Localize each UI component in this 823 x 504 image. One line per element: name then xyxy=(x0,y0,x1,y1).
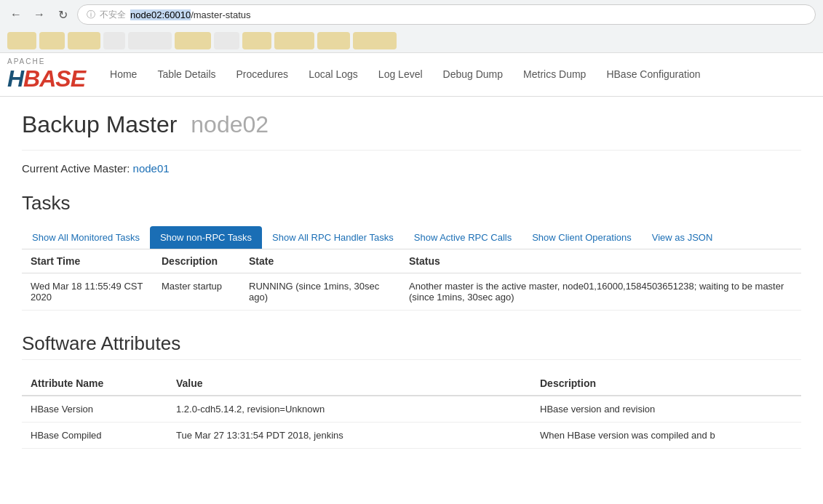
browser-toolbar: ← → ↻ ⓘ 不安全 node02:60010/master-status xyxy=(0,0,823,29)
bookmark-2[interactable] xyxy=(39,32,65,49)
bookmark-8[interactable] xyxy=(242,32,271,49)
task-state: RUNNING (since 1mins, 30sec ago) xyxy=(240,273,400,311)
reload-button[interactable]: ↻ xyxy=(54,6,71,23)
bookmark-10[interactable] xyxy=(317,32,350,49)
show-non-rpc-btn[interactable]: Show non-RPC Tasks xyxy=(150,226,262,249)
nav-debug-dump[interactable]: Debug Dump xyxy=(433,53,514,97)
tasks-section-title: Tasks xyxy=(22,192,801,215)
attr-name-2: HBase Compiled xyxy=(22,423,167,449)
security-icon: ⓘ xyxy=(87,9,95,21)
attr-value-1: 1.2.0-cdh5.14.2, revision=Unknown xyxy=(167,396,531,423)
nav-table-details[interactable]: Table Details xyxy=(147,53,226,97)
show-all-monitored-btn[interactable]: Show All Monitored Tasks xyxy=(22,226,150,249)
forward-button[interactable]: → xyxy=(31,6,48,23)
task-status: Another master is the active master, nod… xyxy=(400,273,801,311)
logo-h: H xyxy=(7,65,23,92)
attr-desc-1: HBase version and revision xyxy=(531,396,801,423)
hbase-logo: APACHE HBASE xyxy=(7,57,85,92)
url-path: /master-status xyxy=(191,9,250,20)
task-buttons-bar: Show All Monitored Tasks Show non-RPC Ta… xyxy=(22,226,801,249)
view-as-json-btn[interactable]: View as JSON xyxy=(642,226,723,249)
bookmark-11[interactable] xyxy=(353,32,397,49)
url-highlight: node02:60010 xyxy=(130,9,191,20)
attr-table: Attribute Name Value Description HBase V… xyxy=(22,372,801,449)
bookmark-5[interactable] xyxy=(128,32,172,49)
attr-col-desc: Description xyxy=(531,372,801,396)
table-row: HBase Version 1.2.0-cdh5.14.2, revision=… xyxy=(22,396,801,423)
url-display: node02:60010/master-status xyxy=(130,9,806,20)
bookmark-4[interactable] xyxy=(103,32,125,49)
software-section-title: Software Attributes xyxy=(22,332,801,355)
table-row: Wed Mar 18 11:55:49 CST 2020 Master star… xyxy=(22,273,801,311)
nav-local-logs[interactable]: Local Logs xyxy=(298,53,368,97)
nav-procedures[interactable]: Procedures xyxy=(226,53,299,97)
bookmarks-bar xyxy=(0,29,823,52)
page-title: Backup Master node02 xyxy=(22,111,801,138)
attr-value-2: Tue Mar 27 13:31:54 PDT 2018, jenkins xyxy=(167,423,531,449)
tasks-col-starttime: Start Time xyxy=(22,249,153,273)
nav-links: Home Table Details Procedures Local Logs… xyxy=(100,53,711,97)
nav-home[interactable]: Home xyxy=(100,53,147,97)
security-label: 不安全 xyxy=(100,9,126,21)
bookmark-3[interactable] xyxy=(68,32,100,49)
title-divider xyxy=(22,150,801,151)
bookmark-1[interactable] xyxy=(7,32,36,49)
nav-log-level[interactable]: Log Level xyxy=(368,53,433,97)
page-title-text: Backup Master xyxy=(22,111,177,137)
task-start-time: Wed Mar 18 11:55:49 CST 2020 xyxy=(22,273,153,311)
logo-base: BASE xyxy=(23,65,85,92)
active-master-line: Current Active Master: node01 xyxy=(22,162,801,175)
attr-name-1: HBase Version xyxy=(22,396,167,423)
back-button[interactable]: ← xyxy=(7,6,25,23)
attr-desc-2: When HBase version was compiled and b xyxy=(531,423,801,449)
tasks-col-state: State xyxy=(240,249,400,273)
tasks-col-description: Description xyxy=(153,249,240,273)
active-master-link[interactable]: node01 xyxy=(133,162,170,175)
browser-chrome: ← → ↻ ⓘ 不安全 node02:60010/master-status xyxy=(0,0,823,53)
logo-apache-text: APACHE xyxy=(7,57,85,65)
page-subtitle: node02 xyxy=(191,111,269,137)
bookmark-7[interactable] xyxy=(214,32,239,49)
show-client-ops-btn[interactable]: Show Client Operations xyxy=(522,226,642,249)
task-description: Master startup xyxy=(153,273,240,311)
show-active-rpc-btn[interactable]: Show Active RPC Calls xyxy=(404,226,522,249)
address-bar[interactable]: ⓘ 不安全 node02:60010/master-status xyxy=(77,4,816,25)
attr-col-name: Attribute Name xyxy=(22,372,167,396)
bookmark-6[interactable] xyxy=(175,32,211,49)
nav-metrics-dump[interactable]: Metrics Dump xyxy=(513,53,596,97)
tasks-table: Start Time Description State Status Wed … xyxy=(22,249,801,311)
nav-hbase-configuration[interactable]: HBase Configuration xyxy=(596,53,710,97)
attr-col-value: Value xyxy=(167,372,531,396)
tasks-col-status: Status xyxy=(400,249,801,273)
logo-hbase-text: HBASE xyxy=(7,65,85,92)
software-divider xyxy=(22,359,801,360)
show-all-rpc-btn[interactable]: Show All RPC Handler Tasks xyxy=(262,226,404,249)
bookmark-9[interactable] xyxy=(274,32,314,49)
table-row: HBase Compiled Tue Mar 27 13:31:54 PDT 2… xyxy=(22,423,801,449)
main-content: Backup Master node02 Current Active Mast… xyxy=(0,97,823,463)
active-master-label: Current Active Master: xyxy=(22,162,130,175)
hbase-navigation: APACHE HBASE Home Table Details Procedur… xyxy=(0,53,823,97)
